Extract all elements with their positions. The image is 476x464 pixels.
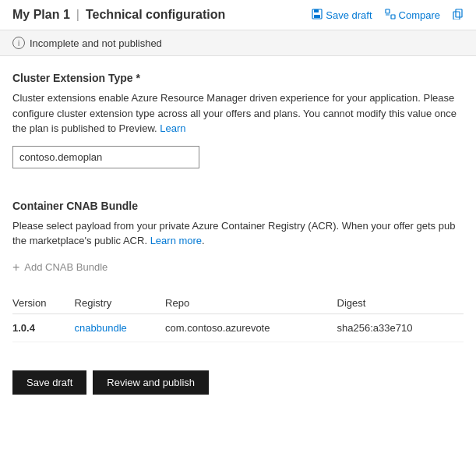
row-version: 1.0.4 <box>12 313 75 342</box>
title-separator: | <box>76 8 79 22</box>
svg-rect-7 <box>453 12 460 19</box>
cluster-extension-section: Cluster Extension Type * Cluster extensi… <box>12 72 464 187</box>
compare-icon <box>385 9 396 22</box>
table-header-row: Version Registry Repo Digest <box>12 292 464 314</box>
cluster-extension-desc: Cluster extensions enable Azure Resource… <box>12 90 464 136</box>
cnab-bundle-section: Container CNAB Bundle Please select payl… <box>12 200 464 342</box>
cnab-bundle-title: Container CNAB Bundle <box>12 200 464 212</box>
compare-label: Compare <box>399 9 440 21</box>
table-row: 1.0.4 cnabbundle com.contoso.azurevote s… <box>12 313 464 342</box>
cnab-bundle-learn-more[interactable]: Learn more <box>150 235 202 246</box>
status-icon: i <box>12 37 25 49</box>
cluster-extension-title: Cluster Extension Type * <box>12 72 464 84</box>
row-repo: com.contoso.azurevote <box>165 313 337 342</box>
col-version: Version <box>12 292 75 314</box>
save-draft-icon <box>312 9 323 22</box>
status-bar: i Incomplete and not published <box>0 30 476 56</box>
cluster-extension-desc-text: Cluster extensions enable Azure Resource… <box>12 92 457 134</box>
save-draft-header-label: Save draft <box>326 9 372 21</box>
svg-rect-6 <box>456 9 462 17</box>
cnab-bundle-desc: Please select payload from your private … <box>12 218 464 249</box>
add-cnab-bundle-label: Add CNAB Bundle <box>24 261 108 273</box>
copy-button[interactable] <box>453 9 464 22</box>
svg-rect-4 <box>391 15 395 19</box>
cnab-bundle-desc-text: Please select payload from your private … <box>12 220 455 247</box>
header-actions: Save draft Compare <box>312 9 464 22</box>
save-draft-button[interactable]: Save draft <box>12 370 86 395</box>
bundle-table: Version Registry Repo Digest 1.0.4 cnabb… <box>12 292 464 342</box>
row-digest: sha256:a33e710 <box>337 313 464 342</box>
svg-rect-3 <box>386 9 390 13</box>
save-draft-header-button[interactable]: Save draft <box>312 9 372 22</box>
compare-button[interactable]: Compare <box>385 9 440 22</box>
cluster-extension-learn-more[interactable]: Learn <box>160 122 185 134</box>
footer: Save draft Review and publish <box>0 358 476 407</box>
copy-icon <box>453 9 464 22</box>
page-title: Technical configuration <box>86 8 225 22</box>
row-registry[interactable]: cnabbundle <box>75 313 166 342</box>
cluster-extension-input[interactable] <box>12 146 199 168</box>
header-title: My Plan 1 | Technical configuration <box>12 8 305 22</box>
review-publish-button[interactable]: Review and publish <box>93 370 209 395</box>
plan-name: My Plan 1 <box>12 8 70 22</box>
svg-rect-2 <box>314 15 320 18</box>
page-header: My Plan 1 | Technical configuration Save… <box>0 0 476 30</box>
svg-rect-1 <box>314 9 319 12</box>
status-message: Incomplete and not published <box>30 37 162 49</box>
col-registry: Registry <box>75 292 166 314</box>
col-digest: Digest <box>337 292 464 314</box>
plus-icon: + <box>12 261 19 274</box>
col-repo: Repo <box>165 292 337 314</box>
add-cnab-bundle-row[interactable]: + Add CNAB Bundle <box>12 258 464 277</box>
main-content: Cluster Extension Type * Cluster extensi… <box>0 56 476 358</box>
